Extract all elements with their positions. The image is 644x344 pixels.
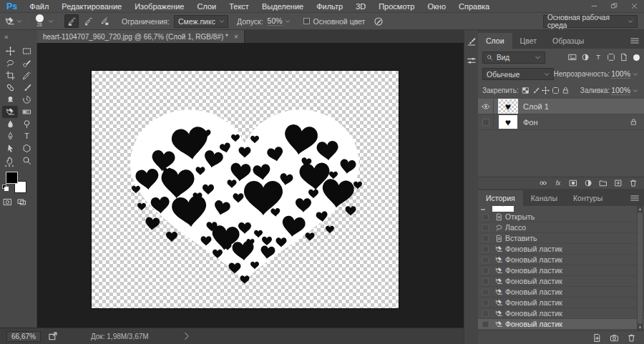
history-source-checkbox[interactable] xyxy=(478,300,492,306)
menu-item-4[interactable]: Слои xyxy=(190,0,223,13)
fill-dropdown[interactable]: 100% xyxy=(610,85,640,97)
eyedropper-tool[interactable] xyxy=(19,69,34,82)
brush-icon[interactable] xyxy=(532,87,540,94)
history-step[interactable]: Фоновый ластик xyxy=(478,308,644,319)
sampling-continuous-button[interactable] xyxy=(64,14,79,28)
history-source-checkbox[interactable] xyxy=(478,246,492,252)
blend-mode-dropdown[interactable]: Обычные xyxy=(482,68,554,80)
move-tool[interactable] xyxy=(2,45,18,57)
close-icon[interactable]: × xyxy=(234,33,238,41)
menu-item-8[interactable]: 3D xyxy=(349,0,372,13)
tolerance-dropdown[interactable]: 50% xyxy=(266,16,292,27)
history-source-checkbox[interactable] xyxy=(478,225,492,231)
history-step[interactable]: Вставить xyxy=(478,233,644,244)
scroll-up-icon[interactable]: ▲ xyxy=(638,206,643,212)
menu-item-5[interactable]: Текст xyxy=(223,0,255,13)
history-source-checkbox[interactable] xyxy=(478,321,492,328)
frame-icon[interactable] xyxy=(605,53,617,62)
quick-mask-button[interactable] xyxy=(3,197,12,207)
opacity-dropdown[interactable]: 100% xyxy=(610,69,640,80)
workspace-dropdown[interactable]: Основная рабочая среда xyxy=(543,15,638,28)
history-step[interactable]: Фоновый ластик xyxy=(478,287,644,298)
close-button[interactable] xyxy=(624,0,644,12)
history-source-checkbox[interactable] xyxy=(478,289,492,295)
tab-каналы[interactable]: Каналы xyxy=(523,190,565,206)
pen-tool[interactable] xyxy=(2,130,18,142)
gradient-tool[interactable] xyxy=(19,106,34,118)
trash-icon[interactable] xyxy=(627,333,636,343)
document-tab[interactable]: heart-1104707_960_720.jpg @ 66,7% (Слой … xyxy=(37,30,245,43)
history-step[interactable]: Лассо xyxy=(478,222,644,233)
tool-preset-picker[interactable] xyxy=(5,16,22,26)
restore-button[interactable] xyxy=(604,0,624,12)
history-scrollbar[interactable]: ▲ ▼ xyxy=(637,206,643,330)
edit-toolbar-button[interactable] xyxy=(4,161,14,171)
tab-образцы[interactable]: Образцы xyxy=(545,33,592,49)
image-icon[interactable] xyxy=(567,53,578,62)
share-icon[interactable] xyxy=(48,331,58,341)
brush-settings-icon[interactable] xyxy=(467,56,477,66)
blur-tool[interactable] xyxy=(2,118,18,130)
dodge-tool[interactable] xyxy=(19,118,34,130)
marquee-tool[interactable] xyxy=(19,45,34,57)
menu-item-10[interactable]: Окно xyxy=(421,0,452,13)
type-tool[interactable]: T xyxy=(19,130,34,142)
text-icon[interactable]: T xyxy=(592,53,604,62)
menu-item-7[interactable]: Фильтр xyxy=(310,0,349,13)
mask-icon[interactable] xyxy=(569,179,577,187)
screen-mode-button[interactable] xyxy=(17,197,26,207)
history-step[interactable]: Фоновый ластик xyxy=(478,276,644,287)
history-step[interactable]: Открыть xyxy=(478,212,644,222)
history-step[interactable]: Фоновый ластик xyxy=(478,319,644,330)
tab-цвет[interactable]: Цвет xyxy=(512,33,545,49)
folder-icon[interactable] xyxy=(599,179,608,187)
menu-item-1[interactable]: Файл xyxy=(23,0,55,13)
history-step[interactable]: Фоновый ластик xyxy=(478,265,644,276)
shape-tool[interactable] xyxy=(19,142,34,154)
scroll-down-icon[interactable]: ▼ xyxy=(638,325,643,330)
smart-object-icon[interactable] xyxy=(618,53,630,62)
fx-icon[interactable]: fx xyxy=(554,179,562,187)
visibility-eye-icon[interactable] xyxy=(478,99,494,114)
healing-brush-tool[interactable] xyxy=(2,82,18,94)
toolbar-collapse[interactable]: « xyxy=(0,30,37,43)
menu-item-2[interactable]: Редактирование xyxy=(55,0,128,13)
history-step[interactable]: Фоновый ластик xyxy=(478,255,644,265)
checker-icon[interactable] xyxy=(522,87,530,94)
limits-dropdown[interactable]: Смеж.пикс xyxy=(174,15,228,28)
crop-tool[interactable] xyxy=(2,69,18,82)
move-icon[interactable] xyxy=(542,87,550,94)
scrollbar-thumb[interactable] xyxy=(638,212,643,324)
quick-select-tool[interactable] xyxy=(19,57,34,69)
brush-size-picker[interactable]: 28 xyxy=(33,14,54,28)
history-source-checkbox[interactable] xyxy=(478,310,492,317)
foreground-color-swatch[interactable] xyxy=(6,172,18,184)
lasso-tool[interactable] xyxy=(2,57,18,69)
link-icon[interactable] xyxy=(539,179,547,187)
history-source-checkbox[interactable] xyxy=(478,235,492,242)
tab-слои[interactable]: Слои xyxy=(478,33,512,49)
camera-icon[interactable] xyxy=(610,333,619,343)
brush-tool[interactable] xyxy=(19,82,34,94)
history-source-checkbox[interactable] xyxy=(478,278,492,285)
canvas-document[interactable] xyxy=(92,71,399,308)
clone-stamp-tool[interactable] xyxy=(2,94,18,106)
default-colors-button[interactable] xyxy=(2,185,9,191)
sampling-swatch-button[interactable] xyxy=(97,14,112,28)
history-source-checkbox[interactable] xyxy=(478,267,492,274)
adjustment-icon[interactable] xyxy=(584,179,592,187)
panel-menu-icon[interactable] xyxy=(630,190,640,206)
filter-toggle[interactable] xyxy=(633,54,640,61)
chevron-right-icon[interactable] xyxy=(182,331,192,341)
path-selection-tool[interactable] xyxy=(2,142,18,154)
minimize-button[interactable] xyxy=(584,0,604,12)
zoom-tool[interactable] xyxy=(19,154,34,167)
adjustment-icon[interactable] xyxy=(580,53,591,62)
filter-kind-dropdown[interactable]: Вид xyxy=(482,51,545,64)
tab-контуры[interactable]: Контуры xyxy=(565,190,610,206)
menu-item-11[interactable]: Справка xyxy=(452,0,496,13)
visibility-toggle-empty[interactable] xyxy=(478,114,494,129)
background-eraser-tool[interactable] xyxy=(2,106,18,118)
frame-icon[interactable] xyxy=(552,87,560,94)
menu-item-3[interactable]: Изображение xyxy=(128,0,190,13)
